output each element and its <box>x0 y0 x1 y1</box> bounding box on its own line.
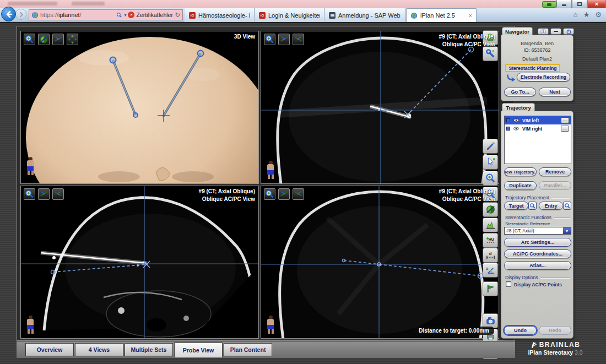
plan-pen-button[interactable] <box>483 139 498 154</box>
zoom-icon[interactable] <box>24 34 35 45</box>
redo-button[interactable]: Redo <box>539 326 571 335</box>
tab-overview[interactable]: Overview <box>25 343 74 356</box>
atlas-button[interactable]: Atlas... <box>504 261 571 270</box>
viewport-axial-oblique-2[interactable]: #9 (CT; Axial Oblique)Oblique AC/PC View <box>20 186 259 339</box>
entry-zoom-button[interactable] <box>563 202 571 210</box>
viewport-axial-oblique-3[interactable]: #9 (CT; Axial Oblique)Oblique AC/PC View… <box>261 186 499 339</box>
target-button[interactable]: Target <box>504 202 528 210</box>
eye-icon[interactable] <box>512 117 520 123</box>
parallel-button[interactable]: Parallel... <box>539 181 571 190</box>
home-icon[interactable]: ⌂ <box>573 10 578 19</box>
current-step-box: Stereotactic Planning <box>505 64 560 72</box>
distance-to-target-label: Distance to target: 0.00mm <box>414 327 494 335</box>
address-bar[interactable]: https://iplannet/ ▾ × Zertifikatfehler ↻ <box>29 9 183 20</box>
iplan-application: 3D View <box>0 22 606 364</box>
screen: × https://iplannet/ ▾ × Zertifikatfehler… <box>0 0 606 364</box>
trajectory-item-vim-right[interactable]: VIM right ... <box>505 124 571 133</box>
target-zoom-button[interactable] <box>528 202 537 210</box>
zoom-in-button[interactable] <box>483 171 498 186</box>
screenshot-button[interactable] <box>483 313 498 328</box>
plane-flip-icon[interactable] <box>293 188 304 200</box>
manual-book-button[interactable] <box>538 28 549 35</box>
tab-4-views[interactable]: 4 Views <box>75 343 123 356</box>
windowing-icon[interactable] <box>38 34 50 45</box>
view-tab-strip: Overview 4 Views Multiple Sets Probe Vie… <box>17 341 515 358</box>
viewport-label: 3D View <box>234 33 255 41</box>
site-favicon <box>31 12 39 19</box>
browser-tab-haemostaseologie[interactable]: iG Hämostaseologie- III. Medizini... <box>185 8 255 22</box>
histogram-button[interactable] <box>483 218 498 232</box>
next-button[interactable]: Next <box>539 88 571 96</box>
zoom-icon[interactable] <box>264 34 275 45</box>
electrode-recording-button[interactable]: Electrode Recording <box>517 73 570 82</box>
viewport-label: #9 (CT; Axial Oblique)Oblique AC/PC View <box>439 33 495 48</box>
browser-tab-login[interactable]: iG Login & Neuigkeiten - Mitarbe... <box>255 8 324 22</box>
url-text: https://iplannet/ <box>40 12 115 18</box>
trajectory-tab[interactable]: Trajectory <box>502 103 535 111</box>
tab-probe-view[interactable]: Probe View <box>174 343 223 357</box>
functions-section-header: Stereotactic Functions <box>505 215 570 220</box>
favorites-star-icon[interactable]: ★ <box>583 10 590 19</box>
center-view-icon[interactable] <box>67 34 78 45</box>
browser-tab-iplan[interactable]: iPlan Net 2.5 × <box>406 8 477 22</box>
plane-orientation-icon[interactable] <box>52 34 64 45</box>
viewport-axial-oblique-1[interactable]: #9 (CT; Axial Oblique)Oblique AC/PC View <box>261 31 499 184</box>
tab-plan-content[interactable]: Plan Content <box>224 343 272 356</box>
navigator-tab[interactable]: Navigator <box>502 27 533 35</box>
item-menu-button[interactable]: ... <box>561 126 569 132</box>
pointer-tool-button[interactable] <box>483 155 498 170</box>
restore-button[interactable] <box>572 0 587 8</box>
windowing-button[interactable] <box>483 202 498 217</box>
close-button[interactable]: × <box>587 0 606 8</box>
plane-flip-icon[interactable] <box>52 188 64 200</box>
tab-multiple-sets[interactable]: Multiple Sets <box>125 343 173 356</box>
minimize-button[interactable] <box>556 0 572 8</box>
display-acpc-label[interactable]: Display AC/PC Points <box>514 282 562 287</box>
entry-button[interactable]: Entry <box>539 202 563 210</box>
back-button[interactable] <box>1 7 16 21</box>
plane-orientation-icon[interactable] <box>278 34 290 45</box>
plane-orientation-icon[interactable] <box>278 188 290 200</box>
exit-power-button[interactable] <box>563 28 574 35</box>
patient-name: Bargenda, Ben <box>501 41 573 46</box>
acpc-coordinates-button[interactable]: AC/PC Coordinates... <box>504 249 571 258</box>
search-icon[interactable] <box>116 12 122 18</box>
arc-settings-button[interactable]: Arc Settings... <box>504 238 571 247</box>
settings-gear-icon[interactable]: ⚙ <box>595 10 602 19</box>
reload-icon[interactable]: ↻ <box>175 12 180 18</box>
distance-measure-button[interactable] <box>483 248 498 263</box>
browser-tab-sap[interactable]: Anmeldung - SAP Web Applic... <box>324 8 406 22</box>
undo-button[interactable]: Undo <box>504 326 537 335</box>
zoom-icon[interactable] <box>24 188 35 200</box>
flag-button[interactable] <box>483 281 498 296</box>
item-menu-button[interactable]: ... <box>561 117 569 123</box>
display-acpc-checkbox[interactable] <box>506 281 511 287</box>
plane-flip-icon[interactable] <box>293 34 304 45</box>
new-trajectory-button[interactable]: New Trajectory... <box>504 167 537 176</box>
search-dropdown-icon[interactable]: ▾ <box>124 13 126 18</box>
duplicate-button[interactable]: Duplicate <box>504 181 537 190</box>
viewport-3d[interactable]: 3D View <box>20 31 259 184</box>
plan-name: Default Plan2 <box>501 56 573 62</box>
angle-measure-button[interactable] <box>483 263 498 278</box>
go-to-button[interactable]: Go To... <box>504 88 536 96</box>
hu-measure-button[interactable] <box>483 233 498 248</box>
certificate-error-label[interactable]: Zertifikatfehler <box>136 12 173 18</box>
brand-footer: BRAINLAB iPlan Stereotaxy 3.0 <box>515 341 596 361</box>
eye-icon[interactable] <box>512 126 520 132</box>
orientation-figure <box>266 316 275 334</box>
orientation-figure <box>26 157 35 176</box>
remove-button[interactable]: Remove <box>539 167 571 176</box>
settings-wrench-button[interactable] <box>483 46 498 61</box>
reference-dropdown[interactable]: #8 (CT; Axial) ▼ <box>504 227 571 235</box>
tab-favicon-globe <box>410 12 418 19</box>
minimize-panel-button[interactable] <box>550 28 561 35</box>
browser-navbar: https://iplannet/ ▾ × Zertifikatfehler ↻… <box>0 8 606 22</box>
forward-button[interactable] <box>15 9 26 20</box>
trajectory-item-vim-left[interactable]: VIM left ... <box>505 116 571 124</box>
dropdown-arrow-icon[interactable]: ▼ <box>563 227 571 234</box>
zoom-icon[interactable] <box>264 188 275 200</box>
overlay-tool-button[interactable] <box>542 1 556 8</box>
plane-orientation-icon[interactable] <box>38 188 50 200</box>
tab-close-icon[interactable]: × <box>466 12 472 19</box>
